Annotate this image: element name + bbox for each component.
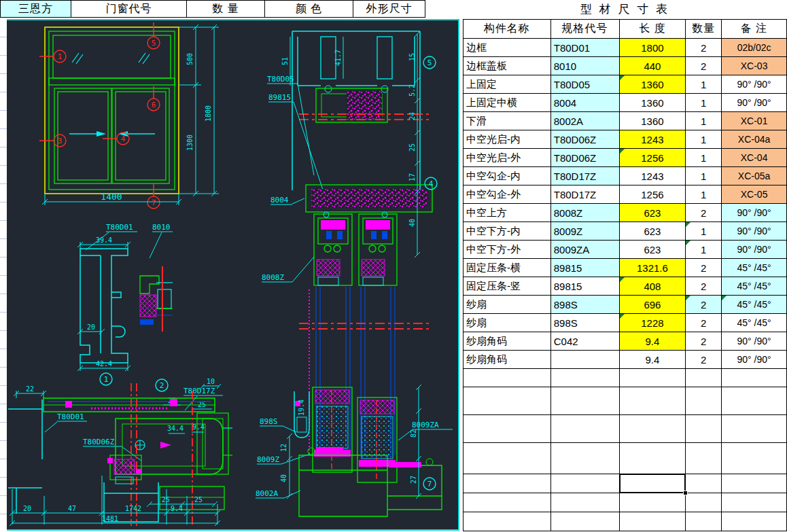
quantity-header[interactable]: 数 量 bbox=[187, 0, 265, 18]
cell-note[interactable]: XC-01 bbox=[722, 112, 787, 130]
cell-code[interactable]: T80D17Z bbox=[551, 185, 620, 204]
empty-cell[interactable] bbox=[464, 443, 551, 474]
empty-cell[interactable] bbox=[620, 415, 686, 443]
cell-length[interactable]: 1360 bbox=[620, 75, 686, 94]
empty-cell[interactable] bbox=[551, 387, 620, 415]
empty-cell[interactable] bbox=[722, 443, 787, 474]
cell-code[interactable]: T80D01 bbox=[551, 39, 620, 57]
cell-name[interactable]: 纱扇 bbox=[464, 314, 551, 332]
cell-code[interactable]: T80D06Z bbox=[551, 130, 620, 149]
empty-cell[interactable] bbox=[686, 493, 722, 512]
cell-qty[interactable]: 1 bbox=[686, 149, 722, 167]
cell-name[interactable]: 上固定中横 bbox=[464, 94, 551, 112]
cell-name[interactable]: 下滑 bbox=[464, 112, 551, 130]
cell-code[interactable]: 89815 bbox=[551, 277, 620, 296]
outline-size-header[interactable]: 外形尺寸 bbox=[353, 0, 425, 18]
empty-cell[interactable] bbox=[551, 369, 620, 387]
cell-code[interactable]: 8010 bbox=[551, 57, 620, 75]
cell-name[interactable]: 中空下方-内 bbox=[464, 222, 551, 241]
cell-note[interactable]: 90° /90° bbox=[722, 75, 787, 94]
empty-cell[interactable] bbox=[722, 369, 787, 387]
cell-note[interactable]: 90° /90° bbox=[722, 204, 787, 222]
cell-code[interactable]: 89815 bbox=[551, 259, 620, 277]
cell-qty[interactable]: 2 bbox=[686, 314, 722, 332]
empty-cell[interactable] bbox=[722, 387, 787, 415]
cell-code[interactable]: 898S bbox=[551, 296, 620, 314]
column-header[interactable]: 构件名称 bbox=[464, 20, 551, 39]
cell-note[interactable]: 45° /45° bbox=[722, 314, 787, 332]
cell-qty[interactable]: 2 bbox=[686, 332, 722, 351]
cell-name[interactable]: 固定压条-横 bbox=[464, 259, 551, 277]
cell-qty[interactable]: 1 bbox=[686, 167, 722, 185]
cell-note[interactable]: XC-05 bbox=[722, 185, 787, 204]
cell-qty[interactable]: 1 bbox=[686, 241, 722, 259]
cell-qty[interactable]: 2 bbox=[686, 259, 722, 277]
empty-cell[interactable] bbox=[464, 474, 551, 493]
cell-name[interactable]: 纱扇角码 bbox=[464, 351, 551, 369]
cell-name[interactable]: 边框盖板 bbox=[464, 57, 551, 75]
cell-qty[interactable]: 1 bbox=[686, 222, 722, 241]
selected-cell[interactable] bbox=[620, 474, 686, 493]
cell-note[interactable]: 45° /45° bbox=[722, 259, 787, 277]
cell-length[interactable]: 440 bbox=[620, 57, 686, 75]
cell-code[interactable]: 8004 bbox=[551, 94, 620, 112]
empty-cell[interactable] bbox=[686, 474, 722, 493]
cell-qty[interactable]: 2 bbox=[686, 204, 722, 222]
cell-length[interactable]: 1228 bbox=[620, 314, 686, 332]
empty-cell[interactable] bbox=[620, 512, 686, 531]
cell-length[interactable]: 696 bbox=[620, 296, 686, 314]
door-window-code-header[interactable]: 门窗代号 bbox=[71, 0, 187, 18]
cell-qty[interactable]: 1 bbox=[686, 112, 722, 130]
empty-cell[interactable] bbox=[551, 443, 620, 474]
cell-note[interactable]: 02b/02c bbox=[722, 39, 787, 57]
empty-cell[interactable] bbox=[464, 415, 551, 443]
cell-code[interactable]: 8009Z bbox=[551, 222, 620, 241]
cell-length[interactable]: 9.4 bbox=[620, 351, 686, 369]
cell-code[interactable] bbox=[551, 351, 620, 369]
cell-note[interactable]: 45° /45° bbox=[722, 296, 787, 314]
empty-cell[interactable] bbox=[686, 415, 722, 443]
cell-length[interactable]: 1800 bbox=[620, 39, 686, 57]
cell-length[interactable]: 1360 bbox=[620, 94, 686, 112]
cell-note[interactable]: 90° /90° bbox=[722, 222, 787, 241]
cell-qty[interactable]: 2 bbox=[686, 351, 722, 369]
cell-length[interactable]: 1256 bbox=[620, 185, 686, 204]
cell-qty[interactable]: 2 bbox=[686, 277, 722, 296]
cell-note[interactable]: XC-03 bbox=[722, 57, 787, 75]
company-cell[interactable]: 三恩方 bbox=[0, 0, 71, 18]
cell-name[interactable]: 中空勾企-外 bbox=[464, 185, 551, 204]
empty-cell[interactable] bbox=[620, 369, 686, 387]
empty-cell[interactable] bbox=[551, 474, 620, 493]
cell-name[interactable]: 边框 bbox=[464, 39, 551, 57]
cell-length[interactable]: 623 bbox=[620, 241, 686, 259]
empty-cell[interactable] bbox=[620, 493, 686, 512]
cell-length[interactable]: 408 bbox=[620, 277, 686, 296]
cell-length[interactable]: 1243 bbox=[620, 130, 686, 149]
empty-cell[interactable] bbox=[620, 443, 686, 474]
cell-name[interactable]: 中空勾企-内 bbox=[464, 167, 551, 185]
empty-cell[interactable] bbox=[686, 512, 722, 531]
empty-cell[interactable] bbox=[620, 387, 686, 415]
cell-note[interactable]: XC-04 bbox=[722, 149, 787, 167]
empty-cell[interactable] bbox=[464, 512, 551, 531]
cell-code[interactable]: T80D17Z bbox=[551, 167, 620, 185]
cell-length[interactable]: 1321.6 bbox=[620, 259, 686, 277]
cell-name[interactable]: 中空上方 bbox=[464, 204, 551, 222]
cell-note[interactable]: 90° /90° bbox=[722, 351, 787, 369]
column-header[interactable]: 备 注 bbox=[722, 20, 787, 39]
cell-name[interactable]: 中空下方-外 bbox=[464, 241, 551, 259]
cell-note[interactable]: XC-05a bbox=[722, 167, 787, 185]
cell-note[interactable]: XC-04a bbox=[722, 130, 787, 149]
cell-code[interactable]: T80D06Z bbox=[551, 149, 620, 167]
cell-qty[interactable]: 2 bbox=[686, 57, 722, 75]
column-header[interactable]: 规格代号 bbox=[551, 20, 620, 39]
cell-name[interactable]: 中空光启-外 bbox=[464, 149, 551, 167]
cell-length[interactable]: 623 bbox=[620, 222, 686, 241]
empty-cell[interactable] bbox=[722, 512, 787, 531]
cell-note[interactable]: 45° /45° bbox=[722, 277, 787, 296]
empty-cell[interactable] bbox=[551, 493, 620, 512]
cell-note[interactable]: 90° /90° bbox=[722, 241, 787, 259]
cell-length[interactable]: 1360 bbox=[620, 112, 686, 130]
empty-cell[interactable] bbox=[464, 493, 551, 512]
cell-qty[interactable]: 1 bbox=[686, 75, 722, 94]
